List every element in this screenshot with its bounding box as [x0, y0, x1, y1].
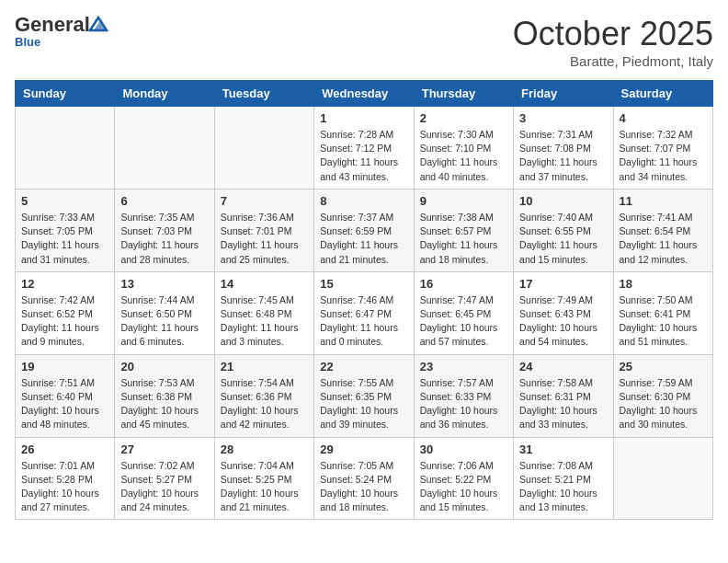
calendar-cell: 9Sunrise: 7:38 AMSunset: 6:57 PMDaylight…	[414, 189, 513, 271]
calendar-cell: 28Sunrise: 7:04 AMSunset: 5:25 PMDayligh…	[214, 437, 313, 520]
page-header: General Blue October 2025 Baratte, Piedm…	[15, 15, 713, 69]
day-info: Sunrise: 7:01 AMSunset: 5:28 PMDaylight:…	[21, 459, 108, 515]
calendar-cell: 17Sunrise: 7:49 AMSunset: 6:43 PMDayligh…	[514, 271, 613, 354]
calendar-cell: 5Sunrise: 7:33 AMSunset: 7:05 PMDaylight…	[16, 189, 115, 271]
day-info: Sunrise: 7:42 AMSunset: 6:52 PMDaylight:…	[21, 293, 108, 350]
day-info: Sunrise: 7:06 AMSunset: 5:22 PMDaylight:…	[420, 459, 507, 515]
calendar-cell: 1Sunrise: 7:28 AMSunset: 7:12 PMDaylight…	[314, 107, 414, 190]
day-info: Sunrise: 7:49 AMSunset: 6:43 PMDaylight:…	[519, 293, 607, 350]
day-info: Sunrise: 7:30 AMSunset: 7:10 PMDaylight:…	[420, 128, 507, 184]
month-title: October 2025	[513, 15, 713, 53]
day-info: Sunrise: 7:05 AMSunset: 5:24 PMDaylight:…	[320, 459, 407, 515]
day-number: 9	[420, 194, 507, 208]
day-number: 17	[519, 277, 607, 291]
calendar-cell: 31Sunrise: 7:08 AMSunset: 5:21 PMDayligh…	[514, 437, 613, 520]
day-number: 20	[120, 360, 208, 373]
day-number: 5	[21, 194, 108, 208]
day-info: Sunrise: 7:02 AMSunset: 5:27 PMDaylight:…	[120, 459, 208, 515]
day-info: Sunrise: 7:37 AMSunset: 6:59 PMDaylight:…	[320, 211, 407, 267]
day-number: 23	[420, 360, 507, 373]
calendar-cell: 22Sunrise: 7:55 AMSunset: 6:35 PMDayligh…	[314, 354, 414, 437]
calendar-week-3: 12Sunrise: 7:42 AMSunset: 6:52 PMDayligh…	[16, 271, 713, 354]
calendar-cell: 21Sunrise: 7:54 AMSunset: 6:36 PMDayligh…	[214, 354, 313, 437]
weekday-header-tuesday: Tuesday	[214, 81, 313, 107]
day-number: 7	[221, 194, 308, 208]
day-number: 8	[320, 194, 407, 208]
day-number: 19	[21, 360, 108, 373]
calendar-cell: 2Sunrise: 7:30 AMSunset: 7:10 PMDaylight…	[414, 107, 513, 190]
day-info: Sunrise: 7:57 AMSunset: 6:33 PMDaylight:…	[420, 376, 507, 432]
day-info: Sunrise: 7:08 AMSunset: 5:21 PMDaylight:…	[519, 459, 607, 515]
day-number: 14	[221, 277, 308, 291]
calendar-week-5: 26Sunrise: 7:01 AMSunset: 5:28 PMDayligh…	[16, 437, 713, 520]
day-number: 30	[420, 442, 507, 456]
day-number: 26	[21, 442, 108, 456]
day-info: Sunrise: 7:59 AMSunset: 6:30 PMDaylight:…	[620, 376, 707, 432]
calendar-cell: 12Sunrise: 7:42 AMSunset: 6:52 PMDayligh…	[16, 271, 115, 354]
calendar-cell: 24Sunrise: 7:58 AMSunset: 6:31 PMDayligh…	[514, 354, 613, 437]
day-number: 15	[320, 277, 407, 291]
calendar-cell: 18Sunrise: 7:50 AMSunset: 6:41 PMDayligh…	[613, 271, 712, 354]
calendar-cell: 10Sunrise: 7:40 AMSunset: 6:55 PMDayligh…	[514, 189, 613, 271]
day-number: 11	[620, 194, 707, 208]
day-number: 13	[120, 277, 208, 291]
day-info: Sunrise: 7:50 AMSunset: 6:41 PMDaylight:…	[620, 293, 707, 350]
calendar-cell: 8Sunrise: 7:37 AMSunset: 6:59 PMDaylight…	[314, 189, 414, 271]
weekday-header-wednesday: Wednesday	[314, 81, 414, 107]
logo-blue-text: Blue	[15, 35, 40, 49]
day-info: Sunrise: 7:45 AMSunset: 6:48 PMDaylight:…	[221, 293, 308, 350]
calendar-cell: 25Sunrise: 7:59 AMSunset: 6:30 PMDayligh…	[613, 354, 712, 437]
calendar-cell: 13Sunrise: 7:44 AMSunset: 6:50 PMDayligh…	[115, 271, 214, 354]
title-block: October 2025 Baratte, Piedmont, Italy	[513, 15, 713, 69]
day-number: 29	[320, 442, 407, 456]
location: Baratte, Piedmont, Italy	[513, 53, 713, 69]
calendar-week-1: 1Sunrise: 7:28 AMSunset: 7:12 PMDaylight…	[16, 107, 713, 190]
day-number: 3	[519, 111, 607, 125]
day-info: Sunrise: 7:28 AMSunset: 7:12 PMDaylight:…	[320, 128, 407, 184]
calendar-cell: 30Sunrise: 7:06 AMSunset: 5:22 PMDayligh…	[414, 437, 513, 520]
day-number: 25	[620, 360, 707, 373]
day-info: Sunrise: 7:58 AMSunset: 6:31 PMDaylight:…	[519, 376, 607, 432]
calendar-cell: 14Sunrise: 7:45 AMSunset: 6:48 PMDayligh…	[214, 271, 313, 354]
day-number: 6	[120, 194, 208, 208]
calendar-cell: 29Sunrise: 7:05 AMSunset: 5:24 PMDayligh…	[314, 437, 414, 520]
calendar-header-row: SundayMondayTuesdayWednesdayThursdayFrid…	[16, 81, 713, 107]
calendar-cell	[613, 437, 712, 520]
calendar-cell: 6Sunrise: 7:35 AMSunset: 7:03 PMDaylight…	[115, 189, 214, 271]
day-info: Sunrise: 7:40 AMSunset: 6:55 PMDaylight:…	[519, 211, 607, 267]
day-number: 12	[21, 277, 108, 291]
day-info: Sunrise: 7:36 AMSunset: 7:01 PMDaylight:…	[221, 211, 308, 267]
day-info: Sunrise: 7:35 AMSunset: 7:03 PMDaylight:…	[120, 211, 208, 267]
day-number: 28	[221, 442, 308, 456]
calendar-cell: 20Sunrise: 7:53 AMSunset: 6:38 PMDayligh…	[115, 354, 214, 437]
day-number: 10	[519, 194, 607, 208]
day-info: Sunrise: 7:32 AMSunset: 7:07 PMDaylight:…	[620, 128, 707, 184]
day-info: Sunrise: 7:47 AMSunset: 6:45 PMDaylight:…	[420, 293, 507, 350]
calendar-cell: 16Sunrise: 7:47 AMSunset: 6:45 PMDayligh…	[414, 271, 513, 354]
day-number: 24	[519, 360, 607, 373]
day-info: Sunrise: 7:46 AMSunset: 6:47 PMDaylight:…	[320, 293, 407, 350]
day-info: Sunrise: 7:55 AMSunset: 6:35 PMDaylight:…	[320, 376, 407, 432]
weekday-header-thursday: Thursday	[414, 81, 513, 107]
day-info: Sunrise: 7:31 AMSunset: 7:08 PMDaylight:…	[519, 128, 607, 184]
calendar-cell: 19Sunrise: 7:51 AMSunset: 6:40 PMDayligh…	[16, 354, 115, 437]
weekday-header-sunday: Sunday	[16, 81, 115, 107]
day-info: Sunrise: 7:51 AMSunset: 6:40 PMDaylight:…	[21, 376, 108, 432]
day-number: 4	[620, 111, 707, 125]
calendar-cell: 23Sunrise: 7:57 AMSunset: 6:33 PMDayligh…	[414, 354, 513, 437]
day-number: 2	[420, 111, 507, 125]
calendar-cell: 7Sunrise: 7:36 AMSunset: 7:01 PMDaylight…	[214, 189, 313, 271]
logo: General Blue	[15, 15, 108, 49]
calendar-table: SundayMondayTuesdayWednesdayThursdayFrid…	[15, 80, 713, 520]
day-info: Sunrise: 7:41 AMSunset: 6:54 PMDaylight:…	[620, 211, 707, 267]
day-number: 21	[221, 360, 308, 373]
calendar-cell: 15Sunrise: 7:46 AMSunset: 6:47 PMDayligh…	[314, 271, 414, 354]
day-info: Sunrise: 7:44 AMSunset: 6:50 PMDaylight:…	[120, 293, 208, 350]
calendar-week-2: 5Sunrise: 7:33 AMSunset: 7:05 PMDaylight…	[16, 189, 713, 271]
calendar-cell: 4Sunrise: 7:32 AMSunset: 7:07 PMDaylight…	[613, 107, 712, 190]
day-info: Sunrise: 7:33 AMSunset: 7:05 PMDaylight:…	[21, 211, 108, 267]
day-info: Sunrise: 7:53 AMSunset: 6:38 PMDaylight:…	[120, 376, 208, 432]
calendar-cell: 27Sunrise: 7:02 AMSunset: 5:27 PMDayligh…	[115, 437, 214, 520]
day-info: Sunrise: 7:54 AMSunset: 6:36 PMDaylight:…	[221, 376, 308, 432]
calendar-cell: 26Sunrise: 7:01 AMSunset: 5:28 PMDayligh…	[16, 437, 115, 520]
